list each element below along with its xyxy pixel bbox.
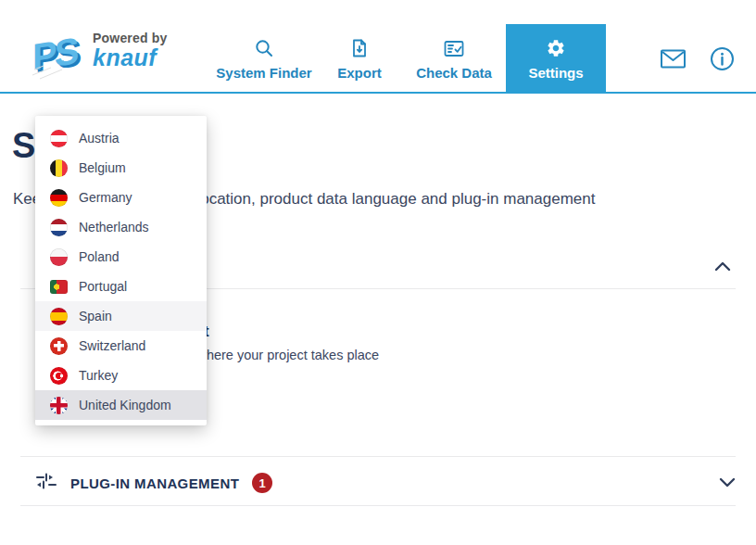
nav-item-export[interactable]: Export [317, 24, 402, 94]
info-icon[interactable] [710, 46, 735, 75]
plugin-count-badge: 1 [252, 473, 272, 493]
knauf-brand-label: knauf [93, 45, 168, 70]
nav-label: Settings [528, 65, 583, 81]
check-data-icon [443, 38, 465, 58]
chevron-down-icon[interactable] [719, 475, 736, 491]
flag-portugal-icon [50, 280, 68, 294]
mail-icon[interactable] [660, 48, 687, 73]
flag-switzerland-icon [50, 337, 68, 355]
app-logo[interactable]: PS PS Powered by knauf [31, 23, 168, 84]
country-option-germany[interactable]: Germany [35, 183, 207, 212]
flag-austria-icon [50, 130, 68, 147]
flag-belgium-icon [50, 159, 68, 177]
top-nav-bar: PS PS Powered by knauf System Finder [0, 0, 756, 94]
nav-label: Export [337, 65, 382, 81]
country-dropdown-menu: Austria Belgium Germany Netherlands Pola… [35, 116, 207, 425]
country-option-poland[interactable]: Poland [35, 242, 207, 272]
nav-item-system-finder[interactable]: System Finder [211, 24, 317, 94]
plugin-management-title: PLUG-IN MANAGEMENT [70, 475, 239, 491]
nav-label: Check Data [416, 65, 492, 81]
sliders-icon [35, 470, 57, 496]
chevron-up-icon[interactable] [714, 259, 731, 275]
svg-text:PS: PS [32, 30, 79, 79]
country-option-spain[interactable]: Spain [35, 301, 207, 331]
country-option-portugal[interactable]: Portugal [35, 272, 207, 301]
country-option-austria[interactable]: Austria [35, 123, 207, 153]
flag-united-kingdom-icon [50, 397, 68, 414]
section-divider [20, 456, 736, 457]
app-window: PS PS Powered by knauf System Finder [0, 0, 756, 545]
plugin-management-section-header[interactable]: PLUG-IN MANAGEMENT 1 [35, 462, 736, 504]
flag-poland-icon [50, 248, 68, 266]
gear-icon [546, 38, 566, 58]
flag-turkey-icon [50, 367, 68, 385]
country-option-turkey[interactable]: Turkey [35, 361, 207, 390]
export-icon [349, 38, 370, 58]
country-option-switzerland[interactable]: Switzerland [35, 331, 207, 361]
search-icon [254, 38, 274, 58]
country-option-netherlands[interactable]: Netherlands [35, 212, 207, 242]
nav-label: System Finder [216, 65, 311, 81]
powered-by-label: Powered by [93, 31, 168, 45]
ps-logo-icon: PS PS [31, 23, 84, 84]
country-option-united-kingdom[interactable]: United Kingdom [35, 390, 207, 420]
country-option-belgium[interactable]: Belgium [35, 153, 207, 183]
header-actions [660, 46, 735, 75]
main-nav: System Finder Export [211, 24, 606, 94]
flag-spain-icon [50, 308, 68, 325]
section-divider [20, 505, 736, 506]
nav-item-settings[interactable]: Settings [506, 24, 606, 94]
flag-germany-icon [50, 189, 68, 207]
flag-netherlands-icon [50, 219, 68, 236]
nav-item-check-data[interactable]: Check Data [402, 24, 506, 94]
